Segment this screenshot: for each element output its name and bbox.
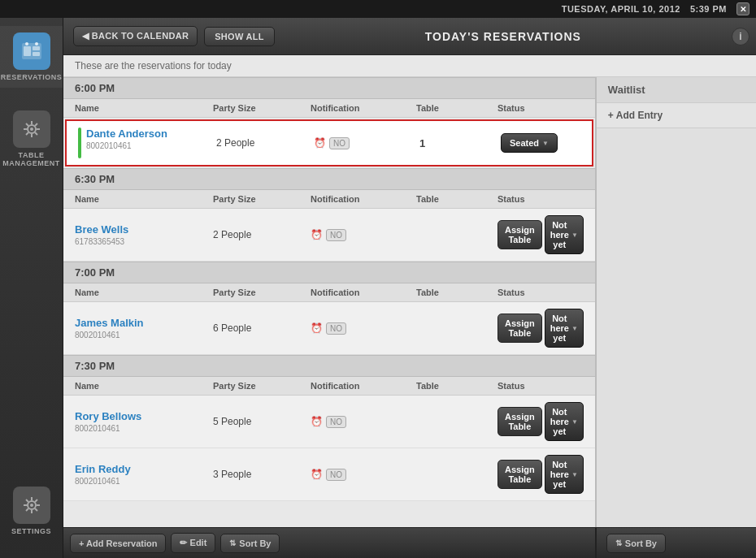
time-section-600pm: 6:00 PM [63, 77, 595, 99]
reservation-row-james: James Malkin 8002010461 6 People ⏰ NO As… [63, 302, 595, 355]
date-display: TUESDAY, APRIL 10, 2012 [562, 4, 680, 14]
col-party-1: Party Size [213, 103, 311, 113]
status-erin: Assign Table Not here yet ▼ [497, 455, 584, 494]
notif-badge-james: NO [326, 322, 346, 335]
guest-name-bree[interactable]: Bree Wells [75, 223, 128, 237]
svg-point-5 [35, 42, 38, 45]
show-all-button[interactable]: SHOW ALL [204, 27, 275, 46]
status-button-james[interactable]: Not here yet ▼ [545, 309, 584, 348]
notification-erin: ⏰ NO [311, 469, 416, 481]
notif-badge-dante: NO [329, 137, 350, 149]
name-cell-james: James Malkin 8002010461 [75, 317, 213, 340]
table-dante: 1 [419, 137, 501, 149]
bottom-right: ⇅ Sort By [597, 528, 756, 558]
notification-james: ⏰ NO [311, 322, 416, 335]
svg-rect-2 [33, 46, 40, 50]
col-status-4: Status [497, 381, 584, 391]
green-bar-dante [78, 128, 81, 158]
settings-icon [13, 487, 50, 524]
chevron-down-icon-rory: ▼ [571, 418, 578, 426]
svg-line-23 [35, 508, 37, 511]
back-to-calendar-button[interactable]: ◀ BACK TO CALENDAR [73, 26, 198, 46]
guest-phone-bree: 61783365453 [75, 237, 128, 246]
col-party-3: Party Size [213, 288, 311, 297]
table-header-730pm: Name Party Size Notification Table Statu… [63, 377, 595, 396]
page-title: TODAY'S RESERVATIONS [281, 30, 725, 43]
svg-rect-1 [24, 46, 31, 56]
info-button[interactable]: i [732, 28, 749, 45]
col-name-4: Name [75, 381, 213, 391]
edit-button[interactable]: ✏ Edit [171, 533, 215, 553]
reservation-row-rory: Rory Bellows 8002010461 5 People ⏰ NO As… [63, 396, 595, 448]
sidebar-item-settings[interactable]: SETTINGS [0, 480, 63, 542]
sort-icon-left: ⇅ [229, 539, 236, 547]
status-button-rory[interactable]: Not here yet ▼ [545, 402, 584, 441]
main-layout: RESERVATIONS TABLE MANAGEMENT [0, 18, 756, 558]
content-area: ◀ BACK TO CALENDAR SHOW ALL TODAY'S RESE… [63, 18, 756, 558]
col-party-2: Party Size [213, 194, 311, 204]
sort-by-label-right: Sort By [625, 539, 657, 548]
close-button[interactable]: ✕ [736, 2, 749, 15]
chevron-down-icon-erin: ▼ [571, 471, 578, 478]
add-entry-button[interactable]: + Add Entry [597, 103, 756, 128]
col-notif-1: Notification [311, 103, 416, 113]
reservations-panel: 6:00 PM Name Party Size Notification Tab… [63, 77, 597, 527]
time-display: 5:39 PM [690, 4, 727, 14]
add-reservation-button[interactable]: + Add Reservation [70, 534, 166, 553]
sidebar-item-table-management[interactable]: TABLE MANAGEMENT [0, 104, 63, 174]
svg-point-17 [30, 504, 33, 507]
assign-table-button-erin[interactable]: Assign Table [497, 460, 542, 489]
table-header-700pm: Name Party Size Notification Table Statu… [63, 283, 595, 302]
header-bar: ◀ BACK TO CALENDAR SHOW ALL TODAY'S RESE… [63, 18, 756, 55]
status-dante: Seated ▼ [501, 133, 580, 153]
status-james: Assign Table Not here yet ▼ [497, 309, 584, 348]
name-cell-erin: Erin Reddy 8002010461 [75, 463, 213, 486]
assign-table-button-bree[interactable]: Assign Table [497, 220, 542, 249]
sub-header-text: These are the reservations for today [75, 60, 232, 71]
table-header-630pm: Name Party Size Notification Table Statu… [63, 190, 595, 209]
time-section-730pm: 7:30 PM [63, 355, 595, 377]
col-notif-3: Notification [311, 288, 416, 297]
sidebar-reservations-label: RESERVATIONS [1, 73, 63, 81]
bottom-left: + Add Reservation ✏ Edit ⇅ Sort By [63, 528, 597, 558]
sort-icon-right: ⇅ [615, 539, 622, 547]
guest-name-rory[interactable]: Rory Bellows [75, 410, 141, 424]
status-button-erin[interactable]: Not here yet ▼ [545, 455, 584, 494]
svg-line-24 [35, 500, 37, 502]
notif-badge-bree: NO [326, 229, 346, 241]
top-bar: TUESDAY, APRIL 10, 2012 5:39 PM ✕ [0, 0, 756, 18]
name-cell-bree: Bree Wells 61783365453 [75, 223, 213, 246]
party-size-bree: 2 People [213, 229, 311, 240]
svg-rect-3 [33, 52, 40, 56]
waitlist-title: Waitlist [608, 84, 645, 96]
guest-name-james[interactable]: James Malkin [75, 317, 144, 331]
waitlist-content [597, 128, 756, 527]
col-notif-4: Notification [311, 381, 416, 391]
guest-phone-dante: 8002010461 [86, 141, 167, 150]
chevron-down-icon-bree: ▼ [571, 231, 578, 239]
svg-point-4 [25, 42, 28, 45]
sort-by-button-right[interactable]: ⇅ Sort By [606, 534, 666, 553]
bottom-bar: + Add Reservation ✏ Edit ⇅ Sort By ⇅ Sor… [63, 527, 756, 558]
status-button-dante[interactable]: Seated ▼ [501, 133, 558, 153]
svg-point-7 [30, 128, 33, 131]
assign-table-button-rory[interactable]: Assign Table [497, 407, 542, 436]
sidebar-item-reservations[interactable]: RESERVATIONS [0, 26, 63, 88]
col-status-1: Status [497, 103, 584, 113]
guest-name-erin[interactable]: Erin Reddy [75, 463, 131, 477]
svg-line-13 [35, 132, 37, 135]
col-notif-2: Notification [311, 194, 416, 204]
sort-by-button-left[interactable]: ⇅ Sort By [220, 534, 280, 553]
col-table-1: Table [416, 103, 497, 113]
status-rory: Assign Table Not here yet ▼ [497, 402, 584, 441]
assign-table-button-james[interactable]: Assign Table [497, 314, 542, 343]
reservations-icon [13, 32, 50, 70]
sidebar-settings-label: SETTINGS [11, 527, 51, 535]
guest-phone-erin: 8002010461 [75, 477, 131, 486]
time-section-700pm: 7:00 PM [63, 262, 595, 283]
status-button-bree[interactable]: Not here yet ▼ [545, 215, 584, 254]
col-name-1: Name [75, 103, 213, 113]
party-size-james: 6 People [213, 322, 311, 334]
guest-name-dante[interactable]: Dante Anderson [86, 128, 167, 141]
col-party-4: Party Size [213, 381, 311, 391]
